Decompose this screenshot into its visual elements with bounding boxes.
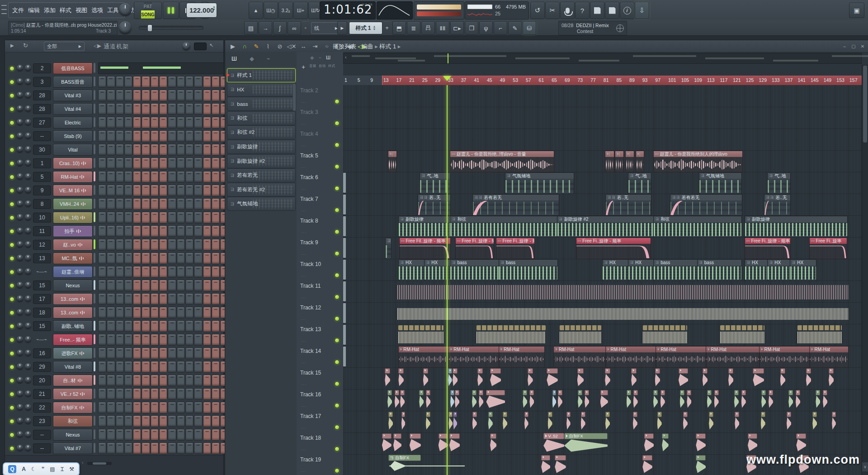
- channel-pan-knob[interactable]: [17, 105, 23, 112]
- step-cell[interactable]: [124, 198, 132, 210]
- channel-number[interactable]: 9: [33, 185, 51, 195]
- track-header[interactable]: Track 8···: [297, 215, 343, 238]
- pattern-clip[interactable]: ヨbass: [499, 259, 558, 281]
- pattern-clip[interactable]: ヨ和弦: [450, 216, 557, 238]
- percussion-clip[interactable]: ⏵: [450, 390, 454, 410]
- mute-icon[interactable]: ◁✕: [288, 42, 296, 50]
- percussion-clip[interactable]: ⏵: [423, 368, 428, 388]
- step-cell[interactable]: [116, 212, 124, 223]
- channel-target-strip[interactable]: [94, 212, 95, 222]
- channel-pan-knob[interactable]: [17, 241, 23, 247]
- channel-target-strip[interactable]: [94, 416, 95, 426]
- percussion-clip[interactable]: ⏵: [769, 390, 773, 410]
- step-cell[interactable]: [177, 307, 185, 318]
- clip-start-marker[interactable]: [343, 216, 346, 236]
- percussion-clip[interactable]: ⏵: [547, 368, 557, 388]
- pattern-clip[interactable]: ヨヨ若..无: [764, 194, 791, 216]
- percussion-clip[interactable]: ⏵: [761, 412, 765, 432]
- channel-pan-knob[interactable]: [17, 282, 23, 288]
- audio-clip[interactable]: ⏵RM-Hat: [448, 346, 500, 368]
- channel-led[interactable]: [9, 419, 14, 424]
- step-cell[interactable]: [159, 171, 167, 183]
- channel-number[interactable]: 16: [33, 348, 51, 358]
- channel-button[interactable]: Free..- 频率: [53, 334, 93, 346]
- pattern-list-scrollbar[interactable]: [293, 84, 296, 111]
- step-cell[interactable]: [203, 293, 211, 305]
- percussion-clip[interactable]: ⏵: [388, 412, 393, 432]
- step-cell[interactable]: [142, 90, 150, 101]
- percussion-clip[interactable]: ⏵: [642, 455, 652, 475]
- channel-volume-knob[interactable]: [25, 78, 31, 85]
- step-cell[interactable]: [185, 239, 193, 251]
- step-cell[interactable]: [151, 266, 159, 278]
- step-cell[interactable]: [212, 198, 220, 210]
- step-cell[interactable]: [151, 280, 159, 291]
- step-cell[interactable]: [142, 307, 150, 318]
- step-cell[interactable]: [142, 442, 150, 454]
- step-cell[interactable]: [107, 144, 115, 156]
- step-cell[interactable]: [107, 171, 115, 183]
- percussion-clip[interactable]: ⏵: [741, 390, 746, 410]
- channel-pan-knob[interactable]: [17, 133, 23, 139]
- audio-clip[interactable]: ⏵RM-Hat: [398, 346, 449, 368]
- channel-pan-knob[interactable]: [17, 445, 23, 451]
- step-cell[interactable]: [159, 185, 167, 196]
- step-cell[interactable]: [203, 171, 211, 183]
- punch-icon[interactable]: ⬒: [392, 21, 406, 35]
- step-cell[interactable]: [116, 252, 124, 264]
- track-led[interactable]: [335, 360, 340, 365]
- step-cell[interactable]: [168, 90, 176, 101]
- automation-clip[interactable]: ⚯Free Fi..旋律 - 频率: [455, 238, 494, 259]
- countdown-icon[interactable]: 3.2ₓ: [278, 2, 293, 19]
- channel-number[interactable]: 15: [33, 321, 51, 331]
- pattern-clip[interactable]: ヨ副歌旋律: [398, 216, 451, 238]
- step-cell[interactable]: [107, 252, 115, 264]
- step-cell[interactable]: [194, 130, 202, 142]
- cursor-icon[interactable]: ⌶: [61, 466, 64, 472]
- percussion-clip[interactable]: ⏵: [812, 412, 817, 432]
- channel-button[interactable]: Nexus: [53, 429, 93, 441]
- step-cell[interactable]: [185, 375, 193, 386]
- step-cell[interactable]: [133, 185, 141, 196]
- step-cell[interactable]: [116, 130, 124, 142]
- rack-speaker-icon[interactable]: ◁▶: [94, 43, 101, 49]
- step-cell[interactable]: [98, 103, 106, 115]
- pattern-clip[interactable]: ヨ气..地: [628, 172, 651, 194]
- noise-clip[interactable]: [397, 303, 848, 323]
- rack-hscrollbar[interactable]: [87, 462, 112, 465]
- slip-icon[interactable]: ⇥: [311, 42, 319, 50]
- percussion-clip[interactable]: ⏵: [707, 390, 712, 410]
- step-cell[interactable]: [133, 361, 141, 373]
- step-cell[interactable]: [185, 130, 193, 142]
- step-cell[interactable]: [107, 347, 115, 359]
- step-cell[interactable]: [133, 307, 141, 318]
- step-cell[interactable]: [151, 225, 159, 237]
- step-cell[interactable]: [185, 361, 193, 373]
- channel-pan-knob[interactable]: [17, 119, 23, 125]
- playlist-titlebar[interactable]: ▶∩✎⌇⊘◁✕↔⇥⌔◯◀‖◁▶ 播放列表 - 编曲 ▸ 样式 1 ▸ –▢✕: [225, 40, 868, 52]
- step-cell[interactable]: [107, 117, 115, 128]
- step-cell[interactable]: [212, 361, 220, 373]
- channel-led[interactable]: [9, 446, 14, 451]
- mini-knob[interactable]: ◦: [302, 21, 309, 34]
- main-menu-icon[interactable]: [1, 4, 7, 15]
- step-cell[interactable]: [124, 347, 132, 359]
- step-cell[interactable]: [203, 117, 211, 128]
- step-cell[interactable]: [185, 103, 193, 115]
- channel-pan-knob[interactable]: [17, 92, 23, 98]
- step-cell[interactable]: [116, 90, 124, 101]
- pat-song-toggle[interactable]: PAT SONG: [134, 2, 162, 19]
- step-cell[interactable]: [133, 90, 141, 101]
- step-cell[interactable]: [185, 347, 193, 359]
- update-icon[interactable]: ⇩: [635, 2, 649, 19]
- percussion-clip[interactable]: ⏵: [490, 368, 501, 388]
- step-cell[interactable]: [98, 130, 106, 142]
- channel-number[interactable]: 28: [33, 104, 51, 114]
- percussion-clip[interactable]: ⏵: [787, 412, 791, 432]
- track-header[interactable]: Track 16···: [297, 389, 343, 411]
- step-cell[interactable]: [203, 185, 211, 196]
- step-cell[interactable]: [203, 307, 211, 318]
- step-cell[interactable]: [142, 239, 150, 251]
- step-cell[interactable]: [168, 212, 176, 223]
- channel-target-strip[interactable]: [94, 131, 95, 141]
